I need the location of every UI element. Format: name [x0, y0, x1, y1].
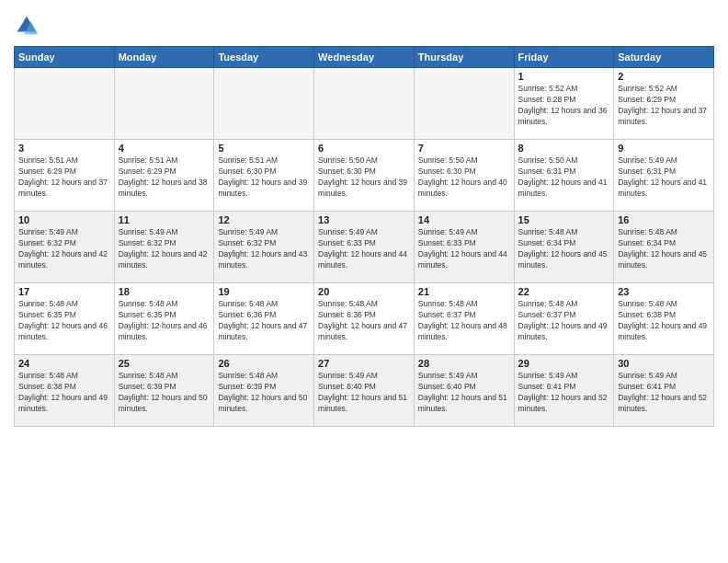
week-row-1: 3Sunrise: 5:51 AM Sunset: 6:29 PM Daylig…	[15, 140, 714, 212]
day-number: 12	[218, 214, 310, 225]
day-number: 27	[318, 358, 410, 369]
day-info: Sunrise: 5:48 AM Sunset: 6:37 PM Dayligh…	[518, 299, 610, 343]
day-cell: 11Sunrise: 5:49 AM Sunset: 6:32 PM Dayli…	[114, 212, 214, 283]
day-cell	[414, 68, 514, 140]
day-cell	[114, 68, 214, 140]
day-cell: 7Sunrise: 5:50 AM Sunset: 6:30 PM Daylig…	[414, 140, 514, 212]
day-info: Sunrise: 5:51 AM Sunset: 6:29 PM Dayligh…	[18, 155, 110, 200]
day-number: 9	[618, 143, 710, 154]
day-cell: 23Sunrise: 5:48 AM Sunset: 6:38 PM Dayli…	[614, 283, 714, 355]
day-cell: 12Sunrise: 5:49 AM Sunset: 6:32 PM Dayli…	[214, 212, 314, 283]
day-cell: 16Sunrise: 5:48 AM Sunset: 6:34 PM Dayli…	[614, 212, 714, 283]
day-number: 14	[418, 214, 510, 225]
day-number: 13	[318, 214, 410, 225]
day-info: Sunrise: 5:49 AM Sunset: 6:41 PM Dayligh…	[518, 371, 610, 415]
day-info: Sunrise: 5:50 AM Sunset: 6:30 PM Dayligh…	[418, 155, 510, 200]
day-cell	[214, 68, 314, 140]
day-cell: 5Sunrise: 5:51 AM Sunset: 6:30 PM Daylig…	[214, 140, 314, 212]
day-cell: 20Sunrise: 5:48 AM Sunset: 6:36 PM Dayli…	[314, 283, 415, 355]
col-header-wednesday: Wednesday	[314, 47, 415, 68]
week-row-3: 17Sunrise: 5:48 AM Sunset: 6:35 PM Dayli…	[15, 283, 714, 355]
day-info: Sunrise: 5:48 AM Sunset: 6:38 PM Dayligh…	[18, 371, 110, 415]
day-info: Sunrise: 5:48 AM Sunset: 6:37 PM Dayligh…	[418, 299, 510, 343]
day-info: Sunrise: 5:50 AM Sunset: 6:31 PM Dayligh…	[518, 155, 610, 200]
day-number: 18	[119, 286, 210, 297]
day-cell: 28Sunrise: 5:49 AM Sunset: 6:40 PM Dayli…	[414, 355, 514, 427]
day-info: Sunrise: 5:48 AM Sunset: 6:34 PM Dayligh…	[618, 227, 710, 271]
day-cell: 29Sunrise: 5:49 AM Sunset: 6:41 PM Dayli…	[514, 355, 614, 427]
day-cell: 9Sunrise: 5:49 AM Sunset: 6:31 PM Daylig…	[614, 140, 714, 212]
day-number: 7	[418, 143, 510, 154]
day-cell: 18Sunrise: 5:48 AM Sunset: 6:35 PM Dayli…	[114, 283, 214, 355]
day-number: 26	[218, 358, 310, 369]
page-container: SundayMondayTuesdayWednesdayThursdayFrid…	[0, 0, 728, 436]
day-info: Sunrise: 5:52 AM Sunset: 6:28 PM Dayligh…	[518, 84, 610, 128]
day-cell: 17Sunrise: 5:48 AM Sunset: 6:35 PM Dayli…	[15, 283, 115, 355]
day-info: Sunrise: 5:49 AM Sunset: 6:33 PM Dayligh…	[318, 227, 410, 271]
day-info: Sunrise: 5:48 AM Sunset: 6:39 PM Dayligh…	[119, 371, 210, 415]
week-row-4: 24Sunrise: 5:48 AM Sunset: 6:38 PM Dayli…	[15, 355, 714, 427]
day-cell: 30Sunrise: 5:49 AM Sunset: 6:41 PM Dayli…	[614, 355, 714, 427]
day-number: 20	[318, 286, 410, 297]
day-cell: 26Sunrise: 5:48 AM Sunset: 6:39 PM Dayli…	[214, 355, 314, 427]
col-header-monday: Monday	[114, 47, 214, 68]
day-cell: 1Sunrise: 5:52 AM Sunset: 6:28 PM Daylig…	[514, 68, 614, 140]
day-info: Sunrise: 5:48 AM Sunset: 6:38 PM Dayligh…	[618, 299, 710, 343]
day-info: Sunrise: 5:51 AM Sunset: 6:30 PM Dayligh…	[218, 155, 310, 200]
day-info: Sunrise: 5:49 AM Sunset: 6:32 PM Dayligh…	[218, 227, 310, 271]
day-info: Sunrise: 5:52 AM Sunset: 6:29 PM Dayligh…	[618, 84, 710, 128]
day-info: Sunrise: 5:49 AM Sunset: 6:33 PM Dayligh…	[418, 227, 510, 271]
logo	[14, 13, 41, 39]
logo-icon	[14, 13, 40, 39]
day-info: Sunrise: 5:48 AM Sunset: 6:39 PM Dayligh…	[218, 371, 310, 415]
day-info: Sunrise: 5:49 AM Sunset: 6:40 PM Dayligh…	[418, 371, 510, 415]
day-cell: 14Sunrise: 5:49 AM Sunset: 6:33 PM Dayli…	[414, 212, 514, 283]
day-cell: 2Sunrise: 5:52 AM Sunset: 6:29 PM Daylig…	[614, 68, 714, 140]
day-cell: 21Sunrise: 5:48 AM Sunset: 6:37 PM Dayli…	[414, 283, 514, 355]
day-cell: 15Sunrise: 5:48 AM Sunset: 6:34 PM Dayli…	[514, 212, 614, 283]
day-number: 6	[318, 143, 410, 154]
day-number: 17	[18, 286, 110, 297]
day-info: Sunrise: 5:49 AM Sunset: 6:32 PM Dayligh…	[18, 227, 110, 271]
day-cell: 13Sunrise: 5:49 AM Sunset: 6:33 PM Dayli…	[314, 212, 415, 283]
day-cell: 3Sunrise: 5:51 AM Sunset: 6:29 PM Daylig…	[15, 140, 115, 212]
day-info: Sunrise: 5:48 AM Sunset: 6:35 PM Dayligh…	[119, 299, 210, 343]
day-number: 22	[518, 286, 610, 297]
day-info: Sunrise: 5:48 AM Sunset: 6:35 PM Dayligh…	[18, 299, 110, 343]
day-info: Sunrise: 5:51 AM Sunset: 6:29 PM Dayligh…	[119, 155, 210, 200]
col-header-thursday: Thursday	[414, 47, 514, 68]
day-number: 21	[418, 286, 510, 297]
day-info: Sunrise: 5:49 AM Sunset: 6:32 PM Dayligh…	[119, 227, 210, 271]
day-info: Sunrise: 5:48 AM Sunset: 6:36 PM Dayligh…	[218, 299, 310, 343]
day-cell: 27Sunrise: 5:49 AM Sunset: 6:40 PM Dayli…	[314, 355, 415, 427]
day-cell: 4Sunrise: 5:51 AM Sunset: 6:29 PM Daylig…	[114, 140, 214, 212]
day-number: 25	[119, 358, 210, 369]
day-number: 5	[218, 143, 310, 154]
day-number: 1	[518, 71, 610, 82]
week-row-2: 10Sunrise: 5:49 AM Sunset: 6:32 PM Dayli…	[15, 212, 714, 283]
day-number: 24	[18, 358, 110, 369]
day-info: Sunrise: 5:49 AM Sunset: 6:40 PM Dayligh…	[318, 371, 410, 415]
col-header-friday: Friday	[514, 47, 614, 68]
day-info: Sunrise: 5:48 AM Sunset: 6:34 PM Dayligh…	[518, 227, 610, 271]
day-number: 10	[18, 214, 110, 225]
week-row-0: 1Sunrise: 5:52 AM Sunset: 6:28 PM Daylig…	[15, 68, 714, 140]
day-number: 3	[18, 143, 110, 154]
day-cell: 10Sunrise: 5:49 AM Sunset: 6:32 PM Dayli…	[15, 212, 115, 283]
day-cell: 19Sunrise: 5:48 AM Sunset: 6:36 PM Dayli…	[214, 283, 314, 355]
day-cell: 25Sunrise: 5:48 AM Sunset: 6:39 PM Dayli…	[114, 355, 214, 427]
calendar-table: SundayMondayTuesdayWednesdayThursdayFrid…	[14, 46, 714, 427]
day-number: 11	[119, 214, 210, 225]
day-cell	[15, 68, 115, 140]
col-header-tuesday: Tuesday	[214, 47, 314, 68]
day-number: 16	[618, 214, 710, 225]
col-header-saturday: Saturday	[614, 47, 714, 68]
day-cell: 6Sunrise: 5:50 AM Sunset: 6:30 PM Daylig…	[314, 140, 415, 212]
col-header-sunday: Sunday	[15, 47, 115, 68]
day-number: 30	[618, 358, 710, 369]
header	[14, 9, 714, 39]
day-cell	[314, 68, 415, 140]
day-number: 2	[618, 71, 710, 82]
day-cell: 24Sunrise: 5:48 AM Sunset: 6:38 PM Dayli…	[15, 355, 115, 427]
day-number: 29	[518, 358, 610, 369]
